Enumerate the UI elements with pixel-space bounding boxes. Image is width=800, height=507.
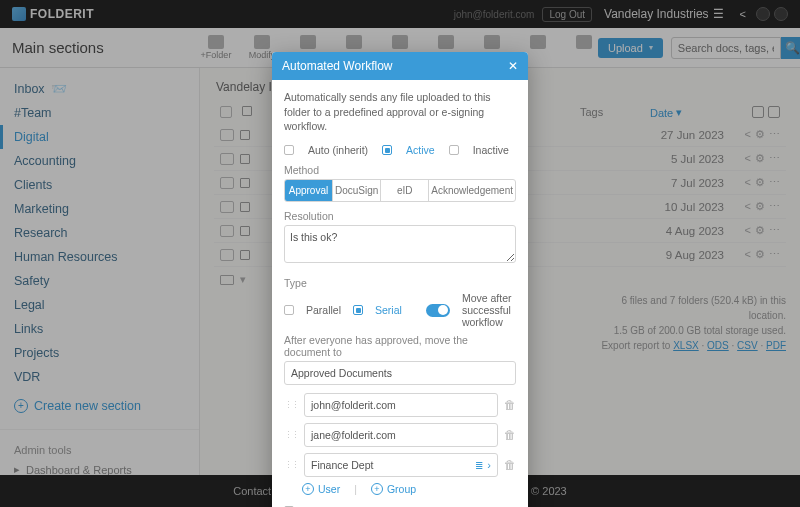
approver-group-input[interactable]: Finance Dept ≣ › — [304, 453, 498, 477]
move-hint: After everyone has approved, move the do… — [284, 334, 516, 358]
move-destination-input[interactable] — [284, 361, 516, 385]
drag-icon[interactable]: ⋮⋮ — [284, 400, 298, 410]
plus-icon: + — [371, 483, 383, 495]
trash-icon[interactable]: 🗑 — [504, 398, 516, 412]
tab-docusign[interactable]: DocuSign — [333, 180, 381, 201]
modal-overlay[interactable]: Automated Workflow ✕ Automatically sends… — [0, 0, 800, 507]
move-toggle[interactable] — [426, 304, 450, 317]
add-user-button[interactable]: +User — [302, 483, 340, 495]
tab-approval[interactable]: Approval — [285, 180, 333, 201]
trash-icon[interactable]: 🗑 — [504, 428, 516, 442]
mode-inactive-radio[interactable] — [449, 145, 459, 155]
chevron-right-icon[interactable]: › — [487, 459, 491, 471]
plus-icon: + — [302, 483, 314, 495]
drag-icon[interactable]: ⋮⋮ — [284, 460, 298, 470]
modal-description: Automatically sends any file uploaded to… — [284, 90, 516, 134]
close-icon[interactable]: ✕ — [508, 59, 518, 73]
method-tabs: Approval DocuSign eID Acknowledgement — [284, 179, 516, 202]
list-icon: ≣ — [475, 460, 483, 471]
mode-auto-label: Auto (inherit) — [308, 144, 368, 156]
type-serial-radio[interactable] — [353, 305, 363, 315]
add-group-button[interactable]: +Group — [371, 483, 416, 495]
move-toggle-label: Move after successful workflow — [462, 292, 516, 328]
approver-input[interactable]: jane@folderit.com — [304, 423, 498, 447]
approver-row: ⋮⋮ john@folderit.com 🗑 — [284, 393, 516, 417]
mode-active-radio[interactable] — [382, 145, 392, 155]
type-row: Parallel Serial Move after successful wo… — [284, 292, 516, 328]
modal-title: Automated Workflow — [282, 59, 393, 73]
type-parallel-radio[interactable] — [284, 305, 294, 315]
modal-title-bar: Automated Workflow ✕ — [272, 52, 528, 80]
tab-eid[interactable]: eID — [381, 180, 429, 201]
method-label: Method — [284, 164, 516, 176]
type-label: Type — [284, 277, 516, 289]
workflow-modal: Automated Workflow ✕ Automatically sends… — [272, 52, 528, 507]
tab-ack[interactable]: Acknowledgement — [429, 180, 515, 201]
approver-row: ⋮⋮ Finance Dept ≣ › 🗑 — [284, 453, 516, 477]
resolution-label: Resolution — [284, 210, 516, 222]
resolution-input[interactable] — [284, 225, 516, 263]
approver-row: ⋮⋮ jane@folderit.com 🗑 — [284, 423, 516, 447]
mode-row: Auto (inherit) Active Inactive — [284, 144, 516, 156]
trash-icon[interactable]: 🗑 — [504, 458, 516, 472]
mode-auto-radio[interactable] — [284, 145, 294, 155]
mode-inactive-label: Inactive — [473, 144, 509, 156]
drag-icon[interactable]: ⋮⋮ — [284, 430, 298, 440]
mode-active-label: Active — [406, 144, 435, 156]
approver-input[interactable]: john@folderit.com — [304, 393, 498, 417]
